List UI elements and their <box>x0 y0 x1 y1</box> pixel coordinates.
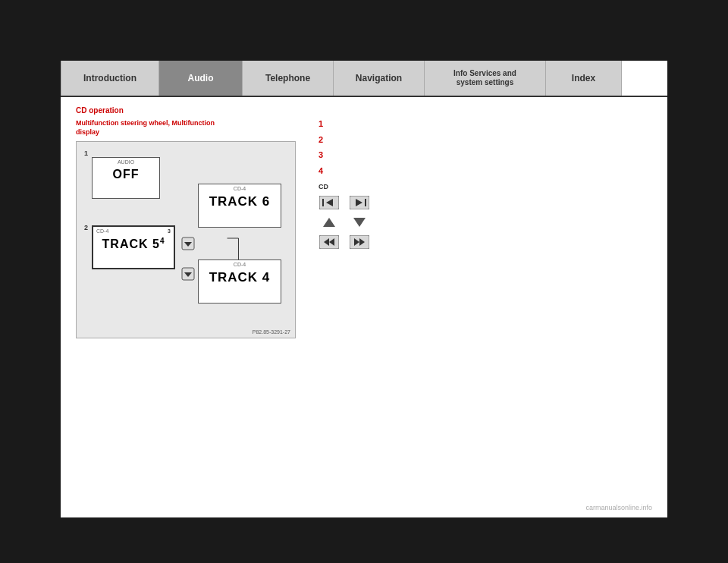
item-number-2: 2 <box>318 135 328 144</box>
tab-index[interactable]: Index <box>546 61 622 96</box>
tab-navigation-label: Navigation <box>356 73 402 83</box>
screen2-text: TRACK 54 <box>93 234 174 254</box>
screen2-label: CD-4 3 <box>93 227 174 234</box>
diagram-number-1: 1 <box>84 149 88 157</box>
item-text-3 <box>334 150 336 160</box>
screen3-label: CD-4 <box>199 184 281 191</box>
svg-marker-17 <box>353 218 366 227</box>
screen-audio-off: AUDIO OFF <box>92 157 160 199</box>
screen-track6: CD-4 TRACK 6 <box>198 184 281 228</box>
main-content: CD operation Multifunction steering whee… <box>61 97 667 344</box>
cd-label: CD <box>318 183 652 190</box>
page-background: Introduction Audio Telephone Navigation … <box>0 0 728 563</box>
svg-rect-14 <box>365 199 366 206</box>
control-row-1 <box>318 195 652 210</box>
down-arrow-icon-2 <box>181 267 195 284</box>
item-number-4: 4 <box>318 166 328 175</box>
down-arrow-icon-1 <box>181 237 195 253</box>
screen1-text: OFF <box>93 165 159 184</box>
tab-info-label: Info Services andsystem settings <box>453 69 516 87</box>
section-header-text: CD operation <box>76 106 124 115</box>
control-row-3 <box>318 234 652 250</box>
diagram-reference: P82.85-3291-27 <box>253 329 290 335</box>
skip-back-icon <box>318 195 340 210</box>
screen2-suffix: 4 <box>160 237 165 245</box>
footer-watermark: carmanualsonline.info <box>585 499 652 513</box>
fast-forward-icon <box>349 234 370 250</box>
fast-back-icon <box>318 234 340 250</box>
item-text-1 <box>334 119 336 129</box>
numbered-item-1: 1 <box>318 119 652 129</box>
watermark-text: carmanualsonline.info <box>585 504 652 511</box>
track-up-icon <box>318 215 340 230</box>
diagram-title-line1: Multifunction steering wheel, Multifunct… <box>76 119 215 127</box>
screen3-text: TRACK 6 <box>199 191 281 212</box>
tab-introduction[interactable]: Introduction <box>61 61 159 96</box>
tab-info-services[interactable]: Info Services andsystem settings <box>425 61 546 96</box>
numbered-item-3: 3 <box>318 150 652 160</box>
svg-rect-11 <box>322 199 324 206</box>
diagram-container: 1 AUDIO OFF 2 <box>76 141 296 338</box>
content-block: Multifunction steering wheel, Multifunct… <box>76 119 652 338</box>
right-panel: 1 2 3 4 <box>311 119 652 338</box>
controls-grid <box>318 195 652 250</box>
tab-index-label: Index <box>572 73 595 83</box>
tab-audio[interactable]: Audio <box>159 61 243 96</box>
tab-introduction-label: Introduction <box>83 73 136 83</box>
section-header: CD operation <box>76 106 652 115</box>
item-text-2 <box>334 135 336 145</box>
numbered-item-2: 2 <box>318 135 652 145</box>
tab-audio-label: Audio <box>188 73 214 83</box>
item-text-4 <box>334 166 336 176</box>
navigation-tabs: Introduction Audio Telephone Navigation … <box>61 61 667 97</box>
screen-track4: CD-4 TRACK 4 <box>198 259 281 304</box>
diagram-number-2: 2 <box>84 224 88 231</box>
control-row-2 <box>318 215 652 230</box>
svg-marker-16 <box>323 218 335 227</box>
tab-navigation[interactable]: Navigation <box>334 61 425 96</box>
diagram-title-line2: display <box>76 128 99 136</box>
screen4-text: TRACK 4 <box>199 267 281 288</box>
track-down-icon <box>349 215 370 230</box>
tab-telephone-label: Telephone <box>265 73 310 83</box>
screen1-label: AUDIO <box>93 158 159 165</box>
left-panel: Multifunction steering wheel, Multifunct… <box>76 119 296 338</box>
screen2-track-num: 3 <box>168 228 171 234</box>
tab-telephone[interactable]: Telephone <box>243 61 334 96</box>
screen-track5: CD-4 3 TRACK 54 <box>92 225 175 269</box>
cd-controls-section: CD <box>318 183 652 250</box>
item-number-1: 1 <box>318 119 328 128</box>
item-number-3: 3 <box>318 150 328 159</box>
screen4-label: CD-4 <box>199 260 281 267</box>
numbered-item-4: 4 <box>318 166 652 176</box>
content-area: Introduction Audio Telephone Navigation … <box>61 61 667 517</box>
skip-forward-icon <box>349 195 370 210</box>
diagram-title: Multifunction steering wheel, Multifunct… <box>76 119 288 137</box>
